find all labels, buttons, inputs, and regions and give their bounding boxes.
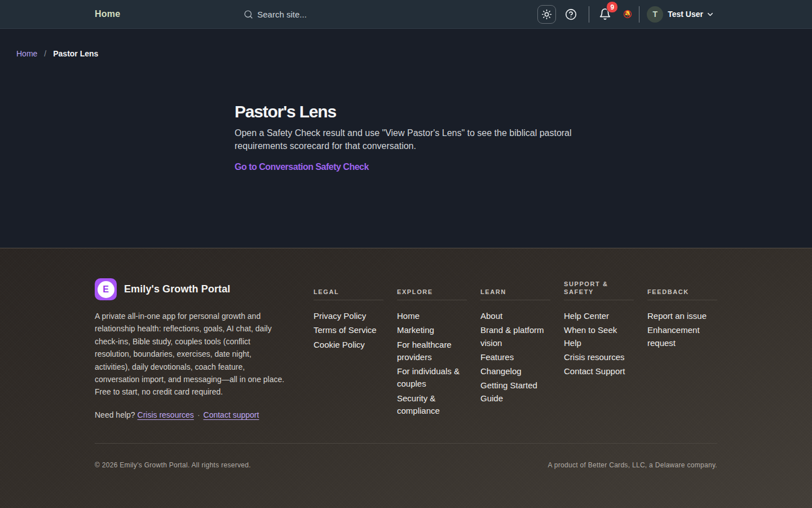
footer-link-item: Home xyxy=(397,310,467,322)
footer-column-support: SUPPORT & SAFETY Help Center When to See… xyxy=(564,278,634,419)
footer-link-item: Terms of Service xyxy=(314,324,383,336)
footer-link[interactable]: Privacy Policy xyxy=(314,310,366,322)
footer-link-item: Features xyxy=(480,351,550,364)
footer-link[interactable]: Features xyxy=(480,351,514,364)
footer-bottom-divider xyxy=(95,443,717,444)
footer-link-item: For healthcare providers xyxy=(397,339,467,364)
footer-column-title: FEEDBACK xyxy=(647,278,717,296)
main-page: Home / Pastor Lens Pastor's Lens Open a … xyxy=(0,29,812,248)
footer-link-item: Contact Support xyxy=(564,365,634,378)
footer-link-item: Cookie Policy xyxy=(314,339,383,351)
column-divider xyxy=(647,300,717,300)
footer-column-title: LEGAL xyxy=(314,278,383,296)
footer-link-item: Help Center xyxy=(564,310,634,322)
brand-name: Emily's Growth Portal xyxy=(124,283,230,295)
footer-link[interactable]: Enhancement request xyxy=(647,324,717,349)
help-separator: · xyxy=(197,410,200,419)
user-avatar: T xyxy=(647,6,663,23)
search-input[interactable] xyxy=(257,10,392,19)
footer-link-item: Report an issue xyxy=(647,310,717,322)
brand-logo-initial: E xyxy=(98,281,114,298)
footer-link[interactable]: Getting Started Guide xyxy=(480,379,550,405)
nav-divider xyxy=(639,6,639,23)
footer-link-item: About xyxy=(480,310,550,322)
user-menu[interactable]: T Test User xyxy=(647,6,714,23)
page-description: Open a Safety Check result and use "View… xyxy=(235,127,577,152)
company-text: A product of Better Cards, LLC, a Delawa… xyxy=(548,461,717,469)
breadcrumb: Home / Pastor Lens xyxy=(0,29,812,59)
site-footer: E Emily's Growth Portal A private all-in… xyxy=(0,248,812,508)
footer-link[interactable]: Terms of Service xyxy=(314,324,377,336)
footer-column-title: SUPPORT & SAFETY xyxy=(564,278,634,296)
footer-column-title: LEARN xyxy=(480,278,550,296)
footer-link-item: Marketing xyxy=(397,324,467,336)
breadcrumb-separator: / xyxy=(44,48,46,59)
breadcrumb-current: Pastor Lens xyxy=(53,48,98,59)
contact-support-link[interactable]: Contact support xyxy=(204,410,259,419)
footer-link[interactable]: Home xyxy=(397,310,420,322)
safety-check-link[interactable]: Go to Conversation Safety Check xyxy=(235,162,369,172)
footer-column-learn: LEARN About Brand & platform vision Feat… xyxy=(480,278,550,419)
footer-description: A private all-in-one app for personal gr… xyxy=(95,310,286,398)
chevron-down-icon xyxy=(706,10,714,19)
footer-link-item: Getting Started Guide xyxy=(480,379,550,405)
nav-home-link[interactable]: Home xyxy=(95,9,120,19)
footer-column-title: EXPLORE xyxy=(397,278,467,296)
pastor-lens-section: Pastor's Lens Open a Safety Check result… xyxy=(235,102,577,172)
footer-link[interactable]: Crisis resources xyxy=(564,351,625,364)
footer-link-item: Privacy Policy xyxy=(314,310,383,322)
column-divider xyxy=(314,300,383,300)
copyright-text: © 2026 Emily's Growth Portal. All rights… xyxy=(95,461,251,469)
footer-link-item: Crisis resources xyxy=(564,351,634,364)
column-divider xyxy=(564,300,634,300)
site-search[interactable] xyxy=(244,10,392,19)
brand-logo: E xyxy=(95,278,117,300)
footer-link[interactable]: Changelog xyxy=(480,365,522,378)
footer-link[interactable]: Marketing xyxy=(397,324,434,336)
help-prefix: Need help? xyxy=(95,410,135,419)
search-icon xyxy=(244,10,253,19)
column-divider xyxy=(480,300,550,300)
notification-badge: 9 xyxy=(606,1,618,13)
help-icon xyxy=(565,8,577,20)
footer-link-item: Brand & platform vision xyxy=(480,324,550,349)
footer-link-item: Changelog xyxy=(480,365,550,378)
crisis-resources-link[interactable]: Crisis resources xyxy=(138,410,194,419)
top-navbar: Home 9 xyxy=(0,0,812,29)
footer-column-explore: EXPLORE Home Marketing For healthcare pr… xyxy=(397,278,467,419)
help-button[interactable] xyxy=(564,8,577,20)
footer-link[interactable]: Security & compliance xyxy=(397,392,467,418)
footer-link-item: For individuals & couples xyxy=(397,365,467,391)
footer-link[interactable]: Help Center xyxy=(564,310,609,322)
theme-toggle-button[interactable] xyxy=(537,5,556,24)
footer-link[interactable]: Cookie Policy xyxy=(314,339,365,351)
footer-link[interactable]: About xyxy=(480,310,502,322)
footer-link-item: Security & compliance xyxy=(397,392,467,418)
footer-link[interactable]: Brand & platform vision xyxy=(480,324,550,349)
footer-help-line: Need help? Crisis resources·Contact supp… xyxy=(95,410,300,419)
footer-link-item: Enhancement request xyxy=(647,324,717,349)
notifications-button[interactable]: 9 xyxy=(599,8,611,20)
footer-link[interactable]: Report an issue xyxy=(647,310,707,322)
footer-link-item: When to Seek Help xyxy=(564,324,634,349)
footer-link[interactable]: Contact Support xyxy=(564,365,625,378)
footer-link[interactable]: For healthcare providers xyxy=(397,339,467,364)
breadcrumb-home-link[interactable]: Home xyxy=(16,48,37,59)
column-divider xyxy=(397,300,467,300)
footer-link[interactable]: For individuals & couples xyxy=(397,365,467,391)
page-title: Pastor's Lens xyxy=(235,102,577,122)
footer-link[interactable]: When to Seek Help xyxy=(564,324,634,349)
bell-off-icon[interactable] xyxy=(623,10,632,19)
footer-column-legal: LEGAL Privacy Policy Terms of Service Co… xyxy=(314,278,383,419)
sun-icon xyxy=(541,9,552,20)
user-name: Test User xyxy=(668,10,703,19)
footer-brand-column: E Emily's Growth Portal A private all-in… xyxy=(95,278,300,419)
footer-column-feedback: FEEDBACK Report an issue Enhancement req… xyxy=(647,278,717,419)
nav-divider xyxy=(589,6,589,23)
